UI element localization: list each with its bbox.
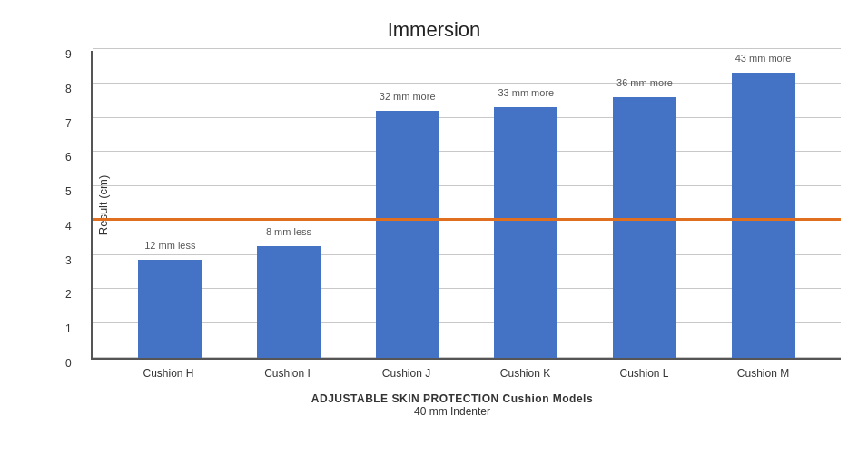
chart-area: 012345678912 mm less8 mm less32 mm more3…	[91, 51, 841, 360]
y-tick-label-6: 6	[65, 151, 72, 164]
reference-line	[93, 218, 841, 221]
bar-group-2: 32 mm more	[376, 111, 439, 358]
bar-cushion-j: 32 mm more	[376, 111, 439, 358]
bar-group-1: 8 mm less	[257, 246, 321, 358]
y-tick-label-8: 8	[65, 83, 72, 95]
bar-annotation-3: 33 mm more	[498, 87, 554, 98]
chart-footer: ADJUSTABLE SKIN PROTECTION Cushion Model…	[64, 392, 841, 418]
bar-annotation-1: 8 mm less	[266, 226, 311, 237]
y-tick-label-3: 3	[65, 254, 72, 267]
bar-annotation-2: 32 mm more	[380, 91, 436, 102]
x-label-1: Cushion I	[256, 367, 320, 380]
y-tick-label-4: 4	[65, 220, 72, 233]
bar-group-3: 33 mm more	[494, 107, 557, 358]
bar-cushion-m: 43 mm more	[732, 73, 795, 358]
bar-annotation-0: 12 mm less	[144, 240, 195, 251]
y-tick-label-7: 7	[65, 117, 72, 130]
y-tick-label-9: 9	[65, 48, 72, 61]
bar-cushion-h: 12 mm less	[138, 260, 202, 358]
bar-annotation-5: 43 mm more	[735, 53, 792, 64]
x-label-0: Cushion H	[137, 367, 201, 380]
footer-line1: ADJUSTABLE SKIN PROTECTION Cushion Model…	[64, 392, 841, 405]
bar-group-4: 36 mm more	[613, 97, 676, 358]
chart-title: Immersion	[27, 18, 841, 42]
y-tick-label-5: 5	[65, 185, 72, 198]
bar-cushion-l: 36 mm more	[613, 97, 676, 358]
gridline-9	[93, 48, 841, 49]
x-label-3: Cushion K	[494, 367, 557, 380]
bar-group-5: 43 mm more	[732, 73, 795, 358]
bar-annotation-4: 36 mm more	[616, 77, 673, 88]
y-tick-label-0: 0	[65, 357, 72, 370]
bars-wrapper: 12 mm less8 mm less32 mm more33 mm more3…	[93, 51, 841, 358]
y-tick-label-2: 2	[65, 288, 72, 301]
footer-line2: 40 mm Indenter	[64, 405, 841, 418]
x-label-4: Cushion L	[613, 367, 676, 380]
x-label-2: Cushion J	[375, 367, 439, 380]
bar-group-0: 12 mm less	[138, 260, 202, 358]
bar-cushion-i: 8 mm less	[257, 246, 321, 358]
bar-cushion-k: 33 mm more	[494, 107, 557, 358]
chart-container: Immersion Result (cm) 012345678912 mm le…	[0, 0, 868, 456]
y-tick-label-1: 1	[65, 322, 72, 335]
x-labels: Cushion HCushion ICushion JCushion KCush…	[91, 367, 841, 380]
x-label-5: Cushion M	[732, 367, 795, 380]
